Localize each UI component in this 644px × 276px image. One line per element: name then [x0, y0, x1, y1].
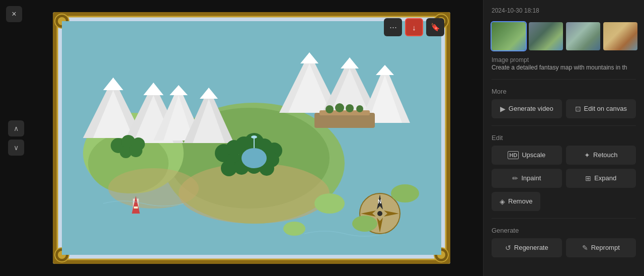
svg-point-83 [391, 184, 419, 202]
divider-1 [492, 79, 636, 80]
retouch-label: Retouch [593, 151, 617, 159]
divider-3 [492, 218, 636, 219]
edit-row-3: ◈ Remove [492, 192, 636, 211]
divider-2 [492, 125, 636, 126]
nav-down-button[interactable]: ∨ [8, 140, 24, 156]
generate-section: Generate ↺ Regenerate ✎ Reprompt [492, 226, 636, 257]
hd-icon: HD [508, 151, 519, 159]
bookmark-button[interactable]: 🔖 [426, 18, 444, 36]
svg-text:N: N [378, 199, 381, 204]
image-toolbar: ⋯ ↓ 🔖 [384, 18, 444, 36]
more-action-row: ▶ Generate video ⊡ Edit on canvas [492, 99, 636, 118]
svg-rect-79 [134, 206, 138, 209]
edit-row-1: HD Upscale ✦ Retouch [492, 146, 636, 165]
image-container: ⋯ ↓ 🔖 [53, 12, 450, 264]
chevron-down-icon: ∨ [14, 144, 19, 152]
generate-action-row: ↺ Regenerate ✎ Reprompt [492, 238, 636, 257]
regenerate-label: Regenerate [514, 244, 548, 251]
upscale-button[interactable]: HD Upscale [492, 146, 562, 165]
thumbnail-4[interactable] [603, 22, 637, 50]
main-image-area: ∧ ∨ ⋯ ↓ 🔖 [0, 0, 483, 276]
bookmark-icon: 🔖 [431, 23, 440, 32]
edit-section: Edit HD Upscale ✦ Retouch ✏ Inpaint ⊞ Ex… [492, 133, 636, 211]
thumbnail-1[interactable] [492, 22, 526, 50]
more-options-button[interactable]: ⋯ [384, 18, 402, 36]
retouch-icon: ✦ [584, 151, 590, 159]
svg-point-88 [346, 104, 354, 112]
reprompt-icon: ✎ [582, 244, 588, 252]
expand-label: Expand [594, 174, 616, 182]
svg-point-60 [251, 135, 257, 139]
thumbnail-2[interactable] [529, 22, 563, 50]
upscale-label: Upscale [522, 151, 545, 159]
retouch-button[interactable]: ✦ Retouch [566, 146, 636, 165]
regenerate-button[interactable]: ↺ Regenerate [492, 238, 562, 257]
prompt-label: Image prompt [492, 56, 636, 63]
right-panel: 2024-10-30 18:18 Image prompt Create a d… [483, 0, 644, 276]
reprompt-label: Reprompt [591, 244, 620, 251]
close-button[interactable]: × [6, 6, 22, 22]
timestamp: 2024-10-30 18:18 [492, 7, 636, 16]
generate-video-label: Generate video [509, 105, 553, 112]
regenerate-icon: ↺ [505, 244, 511, 252]
more-section: More ▶ Generate video ⊡ Edit on canvas [492, 87, 636, 118]
edit-on-canvas-button[interactable]: ⊡ Edit on canvas [566, 99, 636, 118]
svg-point-76 [377, 211, 382, 216]
download-button[interactable]: ↓ [405, 18, 423, 36]
remove-button[interactable]: ◈ Remove [492, 192, 540, 211]
thumbnail-strip [492, 22, 636, 50]
svg-point-89 [356, 105, 363, 112]
chevron-up-icon: ∧ [14, 124, 19, 132]
svg-point-21 [108, 168, 199, 209]
edit-section-label: Edit [492, 134, 636, 142]
more-section-label: More [492, 88, 636, 95]
svg-point-81 [352, 216, 377, 232]
svg-point-82 [283, 222, 305, 236]
prompt-text: Create a detailed fantasy map with mount… [492, 63, 636, 72]
svg-point-87 [335, 103, 344, 112]
inpaint-icon: ✏ [512, 174, 518, 182]
fantasy-map-image: N [53, 12, 450, 264]
svg-point-65 [129, 144, 142, 157]
svg-point-86 [326, 105, 334, 113]
inpaint-button[interactable]: ✏ Inpaint [492, 169, 562, 188]
remove-label: Remove [508, 197, 532, 205]
expand-button[interactable]: ⊞ Expand [566, 169, 636, 188]
expand-icon: ⊞ [585, 174, 591, 182]
thumbnail-3[interactable] [566, 22, 600, 50]
prompt-section: Image prompt Create a detailed fantasy m… [492, 56, 636, 72]
remove-icon: ◈ [500, 197, 505, 205]
svg-point-80 [314, 193, 345, 214]
canvas-icon: ⊡ [575, 105, 581, 113]
video-icon: ▶ [500, 105, 506, 113]
svg-point-58 [242, 148, 267, 168]
edit-row-2: ✏ Inpaint ⊞ Expand [492, 169, 636, 188]
nav-up-button[interactable]: ∧ [8, 120, 24, 136]
reprompt-button[interactable]: ✎ Reprompt [566, 238, 636, 257]
inpaint-label: Inpaint [521, 174, 541, 182]
download-icon: ↓ [412, 23, 416, 32]
generate-section-label: Generate [492, 227, 636, 234]
edit-on-canvas-label: Edit on canvas [584, 105, 627, 112]
close-icon: × [12, 10, 16, 19]
generate-video-button[interactable]: ▶ Generate video [492, 99, 562, 118]
nav-arrows: ∧ ∨ [8, 120, 24, 156]
more-icon: ⋯ [389, 23, 397, 32]
